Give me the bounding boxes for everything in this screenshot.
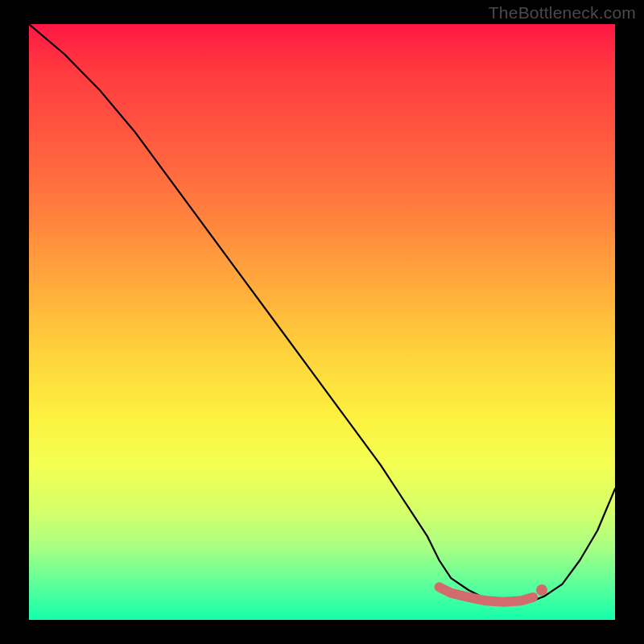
watermark-text: TheBottleneck.com	[489, 3, 636, 23]
bottleneck-curve-path	[29, 24, 615, 602]
plot-area	[29, 24, 615, 620]
chart-frame: TheBottleneck.com	[0, 0, 644, 644]
sweet-spot-band-path	[440, 587, 534, 602]
chart-svg	[29, 24, 615, 620]
sweet-spot-end-dot	[536, 584, 547, 596]
